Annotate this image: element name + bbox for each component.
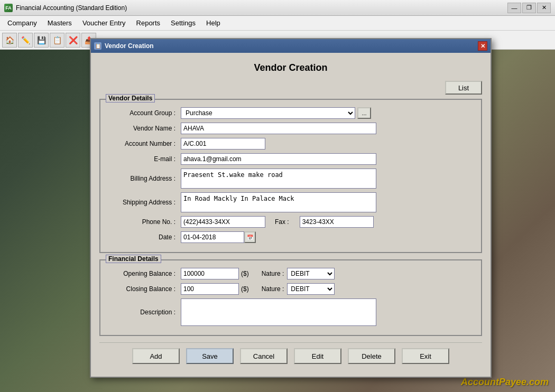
vendor-details-section: Vendor Details Account Group : Purchase … bbox=[99, 99, 482, 253]
title-bar: FA Financial Accounting (Standard Editio… bbox=[0, 0, 555, 16]
fax-label: Fax : bbox=[275, 218, 289, 226]
email-label: E-mail : bbox=[107, 155, 175, 163]
restore-button[interactable]: ❐ bbox=[522, 3, 536, 13]
button-bar: Add Save Cancel Edit Delete Exit bbox=[99, 342, 482, 368]
toolbar-save[interactable]: 💾 bbox=[34, 33, 49, 48]
minimize-button[interactable]: — bbox=[507, 3, 521, 13]
toolbar-delete[interactable]: ❌ bbox=[66, 33, 80, 48]
modal-close-button[interactable]: ✕ bbox=[478, 41, 487, 51]
vendor-name-row: Vendor Name : bbox=[107, 123, 475, 134]
date-picker-button[interactable]: 📅 bbox=[244, 231, 256, 243]
opening-nature-label: Nature : bbox=[262, 270, 284, 277]
vendor-details-label: Vendor Details bbox=[106, 94, 155, 102]
menu-settings[interactable]: Settings bbox=[165, 17, 201, 29]
account-group-select[interactable]: Purchase Sales Expense Income bbox=[181, 107, 355, 119]
date-wrapper: 📅 bbox=[181, 231, 256, 243]
app-title: Financial Accounting (Standard Edition) bbox=[16, 4, 507, 12]
date-input[interactable] bbox=[181, 231, 244, 243]
description-row: Description : bbox=[107, 298, 475, 326]
watermark: AccountPayee.com bbox=[461, 377, 549, 388]
closing-balance-input[interactable] bbox=[181, 283, 239, 295]
app-icon: FA bbox=[4, 4, 13, 12]
vendor-name-input[interactable] bbox=[181, 123, 376, 134]
opening-currency: ($) bbox=[241, 270, 249, 277]
description-label: Description : bbox=[107, 309, 175, 316]
shipping-address-input[interactable]: In Road Mackly In Palace Mack bbox=[181, 192, 376, 212]
opening-balance-input[interactable] bbox=[181, 268, 239, 279]
list-button-row: List bbox=[99, 81, 482, 95]
date-label: Date : bbox=[107, 234, 175, 241]
delete-button[interactable]: Delete bbox=[348, 348, 395, 364]
edit-button[interactable]: Edit bbox=[294, 348, 341, 364]
vendor-creation-dialog: 📋 Vendor Creation ✕ Vendor Creation List… bbox=[90, 38, 492, 378]
phone-label: Phone No. : bbox=[107, 218, 175, 226]
date-row: Date : 📅 bbox=[107, 231, 475, 243]
account-group-browse-button[interactable]: ... bbox=[357, 107, 371, 119]
modal-icon: 📋 bbox=[94, 42, 101, 50]
app-icon-text: FA bbox=[5, 5, 12, 11]
save-button[interactable]: Save bbox=[186, 348, 234, 364]
closing-balance-row: Closing Balance : ($) Nature : DEBIT CRE… bbox=[107, 283, 475, 295]
opening-nature-select[interactable]: DEBIT CREDIT bbox=[287, 268, 335, 279]
closing-nature-label: Nature : bbox=[262, 285, 284, 293]
exit-button[interactable]: Exit bbox=[402, 348, 449, 364]
email-input[interactable] bbox=[181, 153, 376, 165]
menu-company[interactable]: Company bbox=[2, 17, 42, 29]
add-button[interactable]: Add bbox=[132, 348, 180, 364]
menu-masters[interactable]: Masters bbox=[42, 17, 77, 29]
billing-address-input[interactable]: Praesent St.wake make road bbox=[181, 169, 376, 189]
account-group-row: Account Group : Purchase Sales Expense I… bbox=[107, 107, 475, 119]
billing-address-row: Billing Address : Praesent St.wake make … bbox=[107, 169, 475, 189]
shipping-address-label: Shipping Address : bbox=[107, 199, 175, 206]
list-button[interactable]: List bbox=[445, 81, 482, 95]
account-group-wrapper: Purchase Sales Expense Income ... bbox=[181, 107, 371, 119]
billing-address-label: Billing Address : bbox=[107, 175, 175, 182]
opening-balance-row: Opening Balance : ($) Nature : DEBIT CRE… bbox=[107, 268, 475, 279]
toolbar-edit[interactable]: ✏️ bbox=[18, 33, 33, 48]
account-group-label: Account Group : bbox=[107, 109, 175, 117]
opening-balance-label: Opening Balance : bbox=[107, 270, 175, 277]
window-controls: — ❐ ✕ bbox=[507, 3, 551, 13]
modal-title: Vendor Creation bbox=[105, 42, 154, 50]
close-button[interactable]: ✕ bbox=[537, 3, 551, 13]
menu-voucher-entry[interactable]: Voucher Entry bbox=[77, 17, 131, 29]
closing-nature-select[interactable]: DEBIT CREDIT bbox=[287, 283, 335, 295]
modal-content: Vendor Creation List Vendor Details Acco… bbox=[91, 53, 491, 377]
menu-help[interactable]: Help bbox=[201, 17, 226, 29]
closing-balance-label: Closing Balance : bbox=[107, 285, 175, 293]
menu-reports[interactable]: Reports bbox=[131, 17, 166, 29]
cancel-button[interactable]: Cancel bbox=[240, 348, 288, 364]
modal-title-bar: 📋 Vendor Creation ✕ bbox=[91, 39, 491, 53]
account-number-row: Account Number : bbox=[107, 138, 475, 150]
closing-currency: ($) bbox=[241, 285, 249, 293]
modal-heading: Vendor Creation bbox=[99, 62, 482, 73]
fax-input[interactable] bbox=[300, 216, 374, 228]
email-row: E-mail : bbox=[107, 153, 475, 165]
account-number-label: Account Number : bbox=[107, 140, 175, 147]
description-input[interactable] bbox=[181, 298, 376, 326]
toolbar-home[interactable]: 🏠 bbox=[2, 33, 17, 48]
account-number-input[interactable] bbox=[181, 138, 265, 150]
vendor-name-label: Vendor Name : bbox=[107, 125, 175, 132]
financial-details-label: Financial Details bbox=[106, 255, 161, 263]
menu-bar: Company Masters Voucher Entry Reports Se… bbox=[0, 16, 555, 31]
financial-details-section: Financial Details Opening Balance : ($) … bbox=[99, 259, 482, 336]
shipping-address-row: Shipping Address : In Road Mackly In Pal… bbox=[107, 192, 475, 212]
toolbar-copy[interactable]: 📋 bbox=[50, 33, 64, 48]
phone-fax-row: Phone No. : Fax : bbox=[107, 216, 475, 228]
phone-input[interactable] bbox=[181, 216, 265, 228]
phone-fax-wrapper: Fax : bbox=[181, 216, 374, 228]
